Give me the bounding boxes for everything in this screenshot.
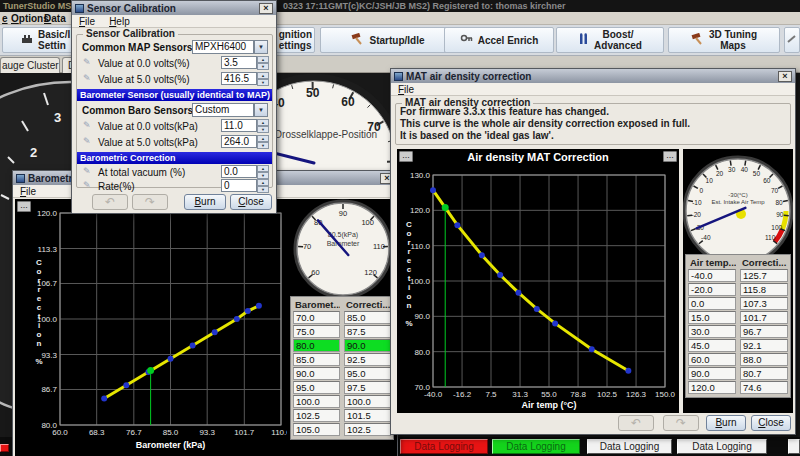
menu-file[interactable]: File <box>20 186 36 197</box>
table-cell[interactable]: 88.0 <box>740 353 788 366</box>
data-logging-button-partial[interactable] <box>788 439 800 454</box>
mat-window-titlebar[interactable]: MAT air density correction × <box>391 69 795 83</box>
table-cell[interactable]: 90.0 <box>688 367 736 380</box>
baro-v5-input[interactable]: 264.0 <box>221 135 257 148</box>
undo-button[interactable]: ↶ <box>618 415 654 431</box>
redo-button[interactable]: ↷ <box>132 194 168 210</box>
curve-point[interactable] <box>625 368 631 374</box>
curve-point[interactable] <box>430 187 436 193</box>
data-logging-button-stub[interactable] <box>0 444 9 452</box>
table-cell[interactable]: 97.5 <box>344 381 391 394</box>
undo-button[interactable]: ↶ <box>92 194 128 210</box>
curve-point[interactable] <box>589 346 595 352</box>
menu-file[interactable]: e <box>2 12 8 25</box>
table-cell[interactable]: 75.0 <box>293 325 340 338</box>
table-cell[interactable]: 80.7 <box>740 367 788 380</box>
curve-point[interactable] <box>552 320 558 326</box>
toolbar-button-accel-enrich[interactable]: Accel Enrich <box>444 27 554 53</box>
data-logging-button-plain-1[interactable]: Data Logging <box>587 439 672 454</box>
rate-stepper[interactable]: ▲▼ <box>257 179 269 192</box>
curve-point[interactable] <box>479 252 485 258</box>
tab-gauge-cluster[interactable]: auge Cluster <box>0 57 60 73</box>
table-cell[interactable]: 115.8 <box>740 283 788 296</box>
curve-point[interactable] <box>256 303 262 309</box>
baro-sensor-select[interactable]: Custom <box>192 103 254 117</box>
toolbar-button-partial[interactable] <box>784 27 800 53</box>
table-cell[interactable]: -20.0 <box>688 283 736 296</box>
vacuum-input[interactable]: 0.0 <box>221 165 257 178</box>
table-cell[interactable]: 85.0 <box>293 353 340 366</box>
table-cell[interactable]: 0.0 <box>688 297 736 310</box>
close-button[interactable]: Close <box>230 194 272 210</box>
data-logging-button-green[interactable]: Data Logging <box>492 439 580 454</box>
table-cell[interactable]: 80.0 <box>293 339 340 352</box>
burn-button[interactable]: Burn <box>184 194 226 210</box>
baro-v5-stepper[interactable]: ▲▼ <box>257 135 269 148</box>
table-cell[interactable]: 95.0 <box>293 381 340 394</box>
table-cell[interactable]: 101.7 <box>740 311 788 324</box>
map-sensor-select[interactable]: MPXH6400 <box>192 40 254 54</box>
table-cell[interactable]: 45.0 <box>688 339 736 352</box>
map-v5-stepper[interactable]: ▲▼ <box>257 72 269 85</box>
data-logging-button-plain-2[interactable]: Data Logging <box>677 439 767 454</box>
chart-options-button[interactable]: ... <box>663 151 677 162</box>
chevron-down-icon[interactable]: ▼ <box>254 40 268 54</box>
curve-point[interactable] <box>245 308 251 314</box>
baro-correction-chart[interactable]: 60.068.376.785.093.3101.7110.0120.0113.3… <box>15 199 287 456</box>
close-button[interactable]: Close <box>751 415 791 431</box>
close-icon[interactable]: × <box>778 71 792 82</box>
table-cell[interactable]: 107.3 <box>740 297 788 310</box>
table-cell[interactable]: 30.0 <box>688 325 736 338</box>
curve-point[interactable] <box>454 222 460 228</box>
data-logging-button-red[interactable]: Data Logging <box>400 439 488 454</box>
table-cell[interactable]: 102.5 <box>344 423 391 436</box>
mat-correction-chart[interactable]: -40.0-16.27.531.355.078.8102.5126.3150.0… <box>397 165 679 413</box>
table-cell[interactable]: 92.1 <box>740 339 788 352</box>
table-cell[interactable]: 74.6 <box>740 381 788 394</box>
curve-point[interactable] <box>190 343 196 349</box>
table-cell[interactable]: 100.0 <box>344 395 391 408</box>
redo-button[interactable]: ↷ <box>663 415 699 431</box>
curve-point[interactable] <box>168 356 174 362</box>
table-cell[interactable]: 92.5 <box>344 353 391 366</box>
menu-data[interactable]: Data <box>44 12 66 25</box>
rate-input[interactable]: 0 <box>221 179 257 192</box>
curve-point[interactable] <box>101 396 107 402</box>
table-cell[interactable]: 96.7 <box>740 325 788 338</box>
toolbar-button-boost-advanced[interactable]: Boost/Advanced <box>556 27 664 53</box>
table-cell[interactable]: 70.0 <box>293 311 340 324</box>
chart-options-button[interactable]: ... <box>399 151 413 162</box>
menu-file[interactable]: File <box>398 84 414 95</box>
table-cell[interactable]: -40.0 <box>688 269 736 282</box>
map-v0-input[interactable]: 3.5 <box>221 56 257 69</box>
burn-button[interactable]: Burn <box>706 415 746 431</box>
sensor-dialog-titlebar[interactable]: Sensor Calibration × <box>72 1 276 15</box>
close-icon[interactable]: × <box>259 3 273 14</box>
table-cell[interactable]: 95.0 <box>344 367 391 380</box>
table-cell[interactable]: 120.0 <box>688 381 736 394</box>
table-cell[interactable]: 87.5 <box>344 325 391 338</box>
vacuum-stepper[interactable]: ▲▼ <box>257 165 269 178</box>
toolbar-button-3d-tuning-maps[interactable]: 3D TuningMaps <box>668 27 780 53</box>
menu-help[interactable]: Help <box>109 16 130 27</box>
curve-point[interactable] <box>123 382 129 388</box>
table-cell[interactable]: 125.7 <box>740 269 788 282</box>
curve-point[interactable] <box>234 316 240 322</box>
curve-point[interactable] <box>534 306 540 312</box>
curve-point[interactable] <box>212 329 218 335</box>
baro-v0-stepper[interactable]: ▲▼ <box>257 119 269 132</box>
table-cell[interactable]: 85.0 <box>344 311 391 324</box>
table-cell[interactable]: 100.0 <box>293 395 340 408</box>
table-cell[interactable]: 60.0 <box>688 353 736 366</box>
map-v0-stepper[interactable]: ▲▼ <box>257 56 269 69</box>
table-cell[interactable]: 101.5 <box>344 409 391 422</box>
map-v5-input[interactable]: 416.5 <box>221 72 257 85</box>
table-cell[interactable]: 102.5 <box>293 409 340 422</box>
chevron-down-icon[interactable]: ▼ <box>254 103 268 117</box>
curve-point[interactable] <box>515 290 521 296</box>
table-cell[interactable]: 90.0 <box>344 339 391 352</box>
menu-file[interactable]: File <box>79 16 95 27</box>
toolbar-button-startup-idle[interactable]: Startup/Idle <box>320 27 456 53</box>
baro-v0-input[interactable]: 11.0 <box>221 119 257 132</box>
table-cell[interactable]: 90.0 <box>293 367 340 380</box>
